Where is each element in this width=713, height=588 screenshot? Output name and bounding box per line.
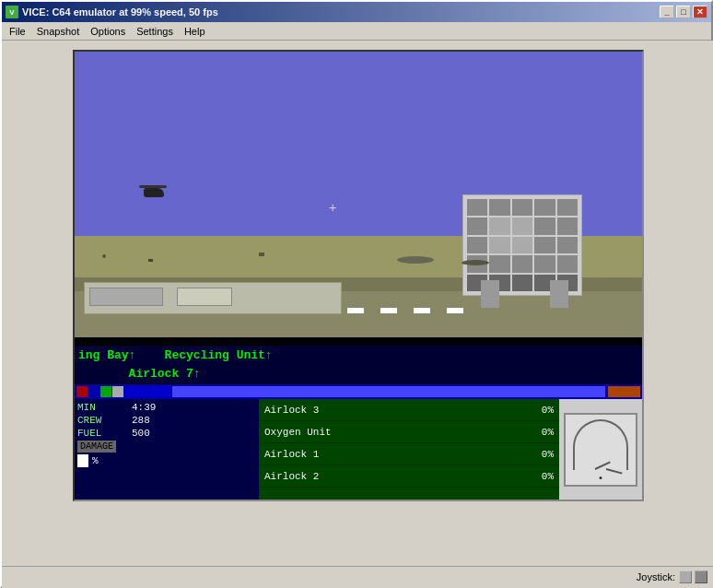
window-title: VICE: C64 emulator at 99% speed, 50 fps [22, 6, 218, 18]
min-value: 4:39 [132, 402, 156, 413]
color-block-red [76, 386, 88, 397]
menu-snapshot[interactable]: Snapshot [31, 24, 85, 39]
hud-list: Airlock 3 0% Oxygen Unit 0% Airlock 1 0% [259, 399, 559, 500]
list-item-3: Airlock 2 0% [259, 465, 559, 488]
joystick-icon-2 [695, 570, 707, 583]
helicopter [144, 188, 164, 197]
list-item-3-pct: 0% [542, 471, 554, 482]
menu-file[interactable]: File [4, 24, 31, 39]
hud-stats-left: MIN 4:39 CREW 288 FUEL 500 [75, 399, 259, 500]
menu-help[interactable]: Help [179, 24, 211, 39]
hud-radar [559, 399, 642, 500]
hud-color-bar [75, 384, 642, 399]
status-bar: Joystick: [2, 566, 713, 586]
crew-value: 288 [132, 415, 150, 426]
title-bar: V VICE: C64 emulator at 99% speed, 50 fp… [2, 2, 711, 22]
list-item-3-name: Airlock 2 [264, 471, 319, 482]
emulator-screen[interactable]: + ing Bay↑ Recycling Unit↑ Airlock 7↑ [73, 50, 644, 501]
joystick-label: Joystick: [637, 571, 675, 582]
hud-main: MIN 4:39 CREW 288 FUEL 500 [75, 399, 642, 500]
ground-dot-3 [259, 253, 264, 256]
platform-left [84, 282, 342, 314]
list-item-2-pct: 0% [542, 449, 554, 460]
hud-area: MIN 4:39 CREW 288 FUEL 500 [75, 384, 642, 500]
list-item-0-pct: 0% [542, 405, 554, 416]
ground-dot-1 [102, 254, 106, 258]
menu-options[interactable]: Options [85, 24, 131, 39]
color-block-blue [88, 386, 99, 397]
joystick-icons [679, 570, 707, 583]
maximize-button[interactable]: □ [676, 6, 691, 18]
orange-block [608, 386, 640, 397]
building-leg-1 [550, 280, 568, 308]
minimize-button[interactable]: _ [660, 6, 674, 18]
menu-bar: File Snapshot Options Settings Help [2, 22, 711, 41]
main-window: V VICE: C64 emulator at 99% speed, 50 fp… [0, 0, 713, 588]
min-label: MIN [77, 402, 128, 413]
color-block-blue4 [148, 386, 159, 397]
radar-dot [600, 476, 602, 479]
color-block-blue3 [136, 386, 147, 397]
color-block-blue2 [124, 386, 135, 397]
game-screen: + ing Bay↑ Recycling Unit↑ Airlock 7↑ [75, 52, 642, 500]
color-block-green [100, 386, 111, 397]
list-item-1-name: Oxygen Unit [264, 427, 332, 438]
fuel-stat-row: FUEL 500 [77, 428, 256, 439]
list-item-2-name: Airlock 1 [264, 449, 319, 460]
game-text-line-2: Airlock 7↑ [78, 365, 638, 383]
window-controls: _ □ ✕ [660, 6, 707, 18]
game-text-line-1: ing Bay↑ Recycling Unit↑ [78, 347, 638, 365]
damage-label: DAMAGE [77, 441, 116, 453]
color-block-blue5 [160, 386, 171, 397]
damage-value: % [92, 455, 99, 466]
menu-settings[interactable]: Settings [131, 24, 179, 39]
close-button[interactable]: ✕ [693, 6, 707, 18]
list-item-0: Airlock 3 0% [259, 399, 559, 421]
ground-dot-2 [148, 259, 153, 262]
fuel-value: 500 [132, 428, 150, 439]
joystick-info: Joystick: [637, 570, 707, 583]
window-body: + ing Bay↑ Recycling Unit↑ Airlock 7↑ [2, 41, 713, 588]
list-item-1: Oxygen Unit 0% [259, 421, 559, 443]
crew-stat-row: CREW 288 [77, 415, 256, 426]
color-block-gray [112, 386, 123, 397]
min-stat-row: MIN 4:39 [77, 402, 256, 413]
helicopter-blade [139, 185, 167, 188]
list-item-1-pct: 0% [542, 427, 554, 438]
list-item-2: Airlock 1 0% [259, 443, 559, 465]
app-icon: V [6, 6, 18, 18]
ground-rock-2 [462, 260, 489, 265]
radar-arc [573, 419, 628, 470]
building-leg-2 [481, 280, 499, 308]
crosshair: + [329, 201, 336, 214]
damage-indicator [77, 454, 88, 467]
list-item-0-name: Airlock 3 [264, 405, 319, 416]
damage-stat-row: DAMAGE [77, 441, 256, 453]
game-text-lines: ing Bay↑ Recycling Unit↑ Airlock 7↑ [75, 346, 642, 383]
fuel-label: FUEL [77, 428, 128, 439]
ground-rock [397, 256, 434, 264]
radar-screen [564, 413, 637, 487]
progress-bar-fill [172, 386, 605, 397]
damage-bar-row: % [77, 454, 256, 467]
crew-label: CREW [77, 415, 128, 426]
joystick-icon-1 [679, 570, 692, 583]
